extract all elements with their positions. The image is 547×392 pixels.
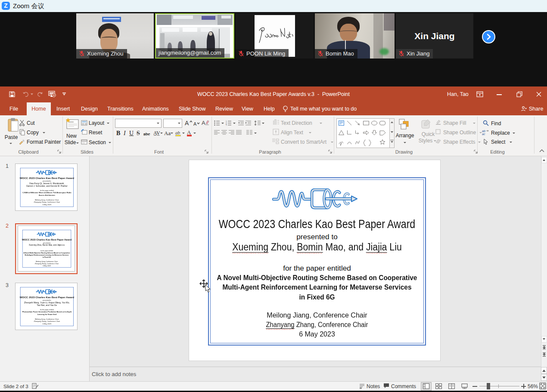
svg-text:A: A — [185, 120, 189, 126]
svg-text:ac: ac — [482, 133, 485, 135]
svg-text:A: A — [193, 121, 197, 127]
svg-text:A: A — [202, 120, 205, 126]
svg-text:ab: ab — [482, 130, 485, 133]
svg-text:3: 3 — [226, 124, 227, 126]
